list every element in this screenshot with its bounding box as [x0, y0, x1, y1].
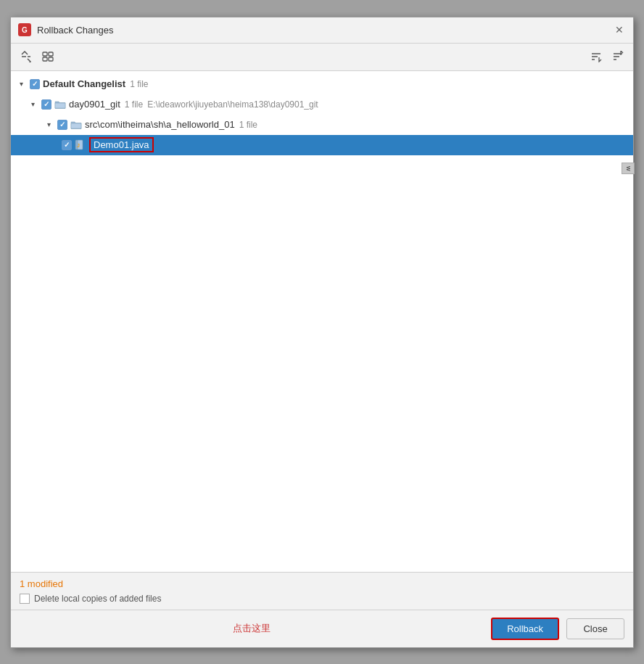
project-checkbox[interactable]: [41, 99, 51, 110]
dialog-close-button[interactable]: Close: [566, 618, 624, 639]
rollback-button[interactable]: Rollback: [491, 618, 559, 640]
chevron-down-icon: ▾: [43, 119, 54, 131]
file-checkbox[interactable]: [62, 140, 72, 150]
chevron-down-icon: ▾: [15, 78, 27, 90]
package-count: 1 file: [239, 120, 257, 130]
toolbar-sort-asc-button[interactable]: [608, 47, 627, 66]
toolbar: [11, 44, 633, 71]
svg-rect-3: [49, 57, 53, 61]
file-label: Demo01.java: [94, 139, 149, 150]
hint-text: 点击这里: [20, 622, 484, 635]
project-path: E:\ideawork\jiuyeban\heima138\day0901_gi…: [147, 99, 318, 110]
footer-section: 1 modified Delete local copies of added …: [11, 572, 633, 610]
rollback-changes-dialog: G Rollback Changes ✕: [10, 17, 634, 648]
svg-text:J: J: [77, 143, 80, 148]
side-tab-label: w: [625, 166, 632, 171]
svg-rect-1: [49, 52, 53, 56]
toolbar-swap-button[interactable]: [17, 47, 36, 66]
folder-icon: [70, 120, 82, 130]
changelist-count: 1 file: [130, 79, 148, 89]
svg-rect-2: [43, 57, 47, 61]
dialog-title: Rollback Changes: [37, 25, 607, 36]
app-icon: G: [18, 23, 31, 36]
toolbar-group-button[interactable]: [38, 47, 57, 66]
folder-icon: [54, 99, 66, 110]
delete-copies-checkbox[interactable]: [20, 594, 30, 604]
project-count: 1 file: [125, 99, 143, 110]
project-item[interactable]: ▾ day0901_git 1 file E:\ideawork\jiuyeba…: [11, 94, 633, 115]
changelist-checkbox[interactable]: [30, 79, 40, 89]
side-tab[interactable]: w: [622, 163, 635, 175]
changelist-item[interactable]: ▾ Default Changelist 1 file: [11, 74, 633, 94]
svg-rect-0: [43, 52, 47, 56]
selected-file-box: Demo01.java: [89, 137, 154, 152]
footer-checkbox-row: Delete local copies of added files: [20, 594, 624, 604]
close-icon[interactable]: ✕: [613, 23, 626, 36]
title-bar: G Rollback Changes ✕: [11, 17, 633, 44]
package-checkbox[interactable]: [57, 120, 67, 130]
status-text: 1 modified: [20, 578, 624, 589]
file-tree: ▾ Default Changelist 1 file ▾ day0901_gi…: [11, 71, 633, 572]
toolbar-sort-desc-button[interactable]: [587, 47, 606, 66]
delete-copies-label: Delete local copies of added files: [34, 594, 161, 604]
file-item[interactable]: J Demo01.java: [11, 135, 633, 155]
chevron-down-icon: ▾: [27, 99, 38, 110]
java-file-icon: J: [75, 139, 86, 151]
package-label: src\com\itheima\sh\a_helloworld_01: [85, 119, 235, 130]
project-label: day0901_git: [69, 99, 120, 110]
package-item[interactable]: ▾ src\com\itheima\sh\a_helloworld_01 1 f…: [11, 115, 633, 135]
action-row: 点击这里 Rollback Close: [11, 610, 633, 647]
changelist-label: Default Changelist: [43, 78, 125, 89]
